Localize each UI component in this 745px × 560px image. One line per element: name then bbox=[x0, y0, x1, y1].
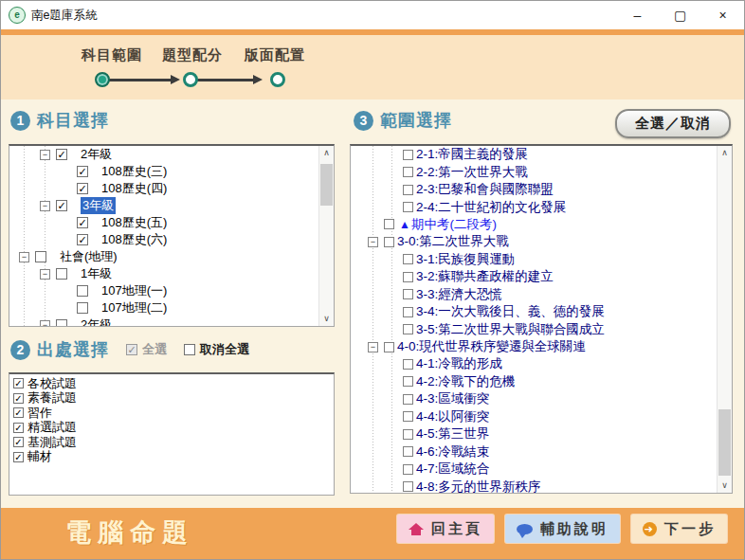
tree-checkbox[interactable] bbox=[403, 254, 413, 264]
tree-checkbox[interactable] bbox=[403, 272, 413, 282]
tree-checkbox[interactable] bbox=[403, 150, 413, 160]
tree-checkbox[interactable] bbox=[384, 237, 394, 247]
tree-row[interactable]: − 4-0:現代世界秩序變遷與全球關連 bbox=[351, 338, 717, 355]
tree-row[interactable]: 4-3:區域衝突 bbox=[351, 390, 717, 407]
tree-checkbox[interactable] bbox=[403, 307, 413, 317]
tree-checkbox[interactable] bbox=[35, 251, 46, 262]
tree-checkbox[interactable] bbox=[384, 342, 394, 352]
tree-row[interactable]: 3-1:民族復興運動 bbox=[351, 251, 717, 268]
tree-item-label[interactable]: 期中考(二段考) bbox=[411, 216, 497, 233]
tree-checkbox[interactable] bbox=[403, 446, 413, 457]
tree-checkbox[interactable]: ✓ bbox=[77, 166, 88, 177]
source-list-item[interactable]: ✓ 精選試題 bbox=[13, 421, 330, 436]
tree-item-label[interactable]: 4-6:冷戰結束 bbox=[416, 443, 489, 461]
tree-checkbox[interactable]: ✓ bbox=[56, 149, 67, 160]
tree-row[interactable]: 2-3:巴黎和會與國際聯盟 bbox=[351, 181, 717, 198]
source-checkbox[interactable]: ✓ bbox=[13, 378, 24, 388]
tree-item-label[interactable]: 108歷史(三) bbox=[101, 163, 167, 180]
tree-row[interactable]: ✓ 108歷史(四) bbox=[9, 180, 318, 197]
checkbox-empty-icon[interactable] bbox=[184, 344, 195, 355]
tree-row[interactable]: − 1年級 bbox=[9, 265, 318, 282]
tree-checkbox[interactable] bbox=[403, 429, 413, 440]
tree-expander-icon[interactable]: − bbox=[40, 320, 50, 327]
tree-item-label[interactable]: 108歷史(六) bbox=[101, 231, 167, 248]
tree-item-label[interactable]: 2-4:二十世紀初的文化發展 bbox=[416, 199, 566, 216]
tree-item-label[interactable]: 社會(地理) bbox=[60, 248, 118, 265]
tree-row[interactable]: ✓ 108歷史(五) bbox=[9, 214, 318, 231]
tree-row[interactable]: − ✓ 3年級 bbox=[9, 197, 318, 214]
close-button[interactable]: × bbox=[701, 1, 744, 29]
tree-row[interactable]: ✓ 108歷史(六) bbox=[9, 231, 318, 248]
tree-row[interactable]: 4-5:第三世界 bbox=[351, 425, 717, 443]
tree-item-label[interactable]: 4-3:區域衝突 bbox=[416, 390, 489, 407]
checkbox-checked-icon[interactable]: ✓ bbox=[126, 344, 137, 355]
source-list-item[interactable]: ✓ 習作 bbox=[13, 406, 330, 421]
tree-expander-icon[interactable]: − bbox=[368, 237, 378, 247]
select-all-toggle-button[interactable]: 全選／取消 bbox=[615, 109, 731, 138]
scroll-up-icon[interactable]: ∧ bbox=[319, 146, 334, 160]
tree-item-label[interactable]: 3-0:第二次世界大戰 bbox=[397, 233, 509, 250]
source-list-item[interactable]: ✓ 基測試題 bbox=[13, 435, 330, 450]
help-button[interactable]: 輔助說明 bbox=[505, 515, 620, 543]
tree-item-label[interactable]: 2-3:巴黎和會與國際聯盟 bbox=[416, 181, 554, 198]
source-checkbox[interactable]: ✓ bbox=[13, 393, 24, 404]
source-list-item[interactable]: ✓ 各校試題 bbox=[13, 376, 330, 391]
tree-item-label[interactable]: 3-4:一次大戰後日、義、德的發展 bbox=[416, 303, 605, 320]
tree-checkbox[interactable] bbox=[56, 319, 67, 326]
tree-checkbox[interactable] bbox=[403, 324, 413, 334]
tree-expander-icon[interactable]: − bbox=[40, 150, 50, 160]
tree-row[interactable]: 4-1:冷戰的形成 bbox=[351, 355, 717, 372]
tree-row[interactable]: − ✓ 2年級 bbox=[9, 146, 318, 163]
tree-item-label[interactable]: 3-5:第二次世界大戰與聯合國成立 bbox=[416, 321, 605, 338]
tree-checkbox[interactable] bbox=[403, 411, 413, 422]
tree-checkbox[interactable]: ✓ bbox=[77, 234, 88, 245]
tree-row[interactable]: − 3-0:第二次世界大戰 bbox=[351, 233, 717, 250]
range-tree-scrollbar[interactable]: ∧ ∨ bbox=[717, 146, 732, 493]
tree-checkbox[interactable] bbox=[403, 202, 413, 212]
tree-checkbox[interactable] bbox=[77, 285, 88, 297]
tree-checkbox[interactable] bbox=[56, 268, 67, 280]
tree-checkbox[interactable] bbox=[384, 219, 394, 229]
source-checkbox[interactable]: ✓ bbox=[13, 423, 24, 433]
source-item-label[interactable]: 輔材 bbox=[27, 448, 52, 465]
subject-tree-scrollbar[interactable]: ∧ ∨ bbox=[318, 146, 334, 326]
tree-row[interactable]: 107地理(二) bbox=[9, 299, 318, 316]
tree-checkbox[interactable]: ✓ bbox=[77, 217, 88, 228]
tree-checkbox[interactable] bbox=[403, 376, 413, 387]
tree-checkbox[interactable] bbox=[403, 481, 413, 492]
tree-item-label[interactable]: 2年級 bbox=[81, 316, 112, 326]
tree-expander-icon[interactable]: − bbox=[40, 269, 50, 280]
tree-item-label[interactable]: 4-7:區域統合 bbox=[416, 461, 489, 478]
tree-checkbox[interactable]: ✓ bbox=[77, 183, 88, 194]
tree-checkbox[interactable] bbox=[403, 394, 413, 405]
tree-row[interactable]: 4-7:區域統合 bbox=[351, 461, 717, 478]
tree-checkbox[interactable] bbox=[403, 289, 413, 299]
tree-expander-icon[interactable]: − bbox=[40, 201, 50, 211]
tree-item-label[interactable]: 107地理(一) bbox=[101, 282, 167, 299]
scroll-down-icon[interactable]: ∨ bbox=[319, 312, 334, 326]
source-list-item[interactable]: ✓ 素養試題 bbox=[13, 391, 330, 406]
tree-row[interactable]: 3-3:經濟大恐慌 bbox=[351, 286, 717, 303]
tree-row[interactable]: 107地理(一) bbox=[9, 282, 318, 299]
tree-item-label[interactable]: 3-3:經濟大恐慌 bbox=[416, 286, 502, 303]
scroll-up-icon[interactable]: ∧ bbox=[718, 146, 732, 160]
tree-item-label[interactable]: 108歷史(五) bbox=[101, 214, 167, 231]
tree-checkbox[interactable] bbox=[403, 185, 413, 195]
tree-row[interactable]: 2-2:第一次世界大戰 bbox=[351, 163, 717, 180]
maximize-button[interactable]: ▢ bbox=[659, 1, 701, 29]
tree-row[interactable]: 4-4:以阿衝突 bbox=[351, 408, 717, 425]
tree-checkbox[interactable] bbox=[403, 359, 413, 370]
deselect-all-checkbox[interactable]: 取消全選 bbox=[184, 341, 249, 358]
tree-row[interactable]: 3-5:第二次世界大戰與聯合國成立 bbox=[351, 320, 717, 337]
tree-expander-icon[interactable]: − bbox=[368, 342, 378, 352]
tree-item-label[interactable]: 108歷史(四) bbox=[101, 180, 167, 197]
source-checkbox[interactable]: ✓ bbox=[13, 437, 24, 447]
tree-item-label[interactable]: 4-2:冷戰下的危機 bbox=[416, 373, 515, 390]
tree-item-label[interactable]: 3年級 bbox=[81, 197, 116, 214]
tree-checkbox[interactable] bbox=[77, 302, 88, 314]
scroll-thumb[interactable] bbox=[718, 409, 731, 476]
tree-row[interactable]: 2-4:二十世紀初的文化發展 bbox=[351, 198, 717, 215]
next-step-button[interactable]: ➜ 下一步 bbox=[631, 515, 727, 543]
tree-row[interactable]: − 社會(地理) bbox=[9, 248, 318, 265]
tree-item-label[interactable]: 4-5:第三世界 bbox=[416, 425, 489, 443]
